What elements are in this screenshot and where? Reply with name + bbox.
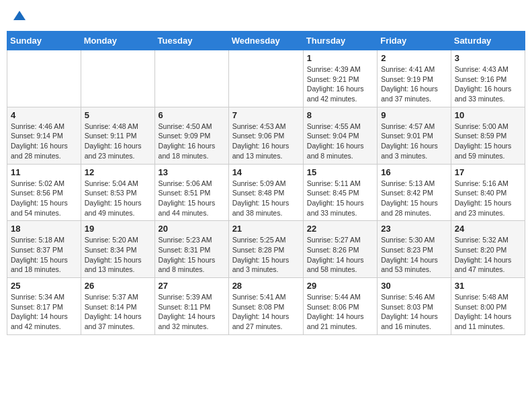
day-number: 10 [455, 110, 521, 120]
day-number: 4 [11, 110, 77, 120]
calendar-cell: 12Sunrise: 5:04 AM Sunset: 8:53 PM Dayli… [81, 164, 154, 221]
day-number: 29 [307, 281, 373, 291]
day-number: 8 [307, 110, 373, 120]
day-info: Sunrise: 4:55 AM Sunset: 9:04 PM Dayligh… [307, 122, 373, 161]
day-info: Sunrise: 4:50 AM Sunset: 9:09 PM Dayligh… [159, 122, 225, 161]
calendar-cell: 29Sunrise: 5:44 AM Sunset: 8:06 PM Dayli… [303, 278, 377, 335]
day-header-monday: Monday [81, 32, 154, 50]
logo-icon [13, 9, 26, 21]
day-info: Sunrise: 5:32 AM Sunset: 8:20 PM Dayligh… [455, 235, 521, 275]
calendar-cell: 23Sunrise: 5:30 AM Sunset: 8:23 PM Dayli… [378, 221, 451, 278]
calendar-cell: 6Sunrise: 4:50 AM Sunset: 9:09 PM Daylig… [154, 107, 228, 164]
day-number: 16 [381, 167, 447, 177]
calendar-cell: 2Sunrise: 4:41 AM Sunset: 9:19 PM Daylig… [378, 50, 451, 107]
day-info: Sunrise: 4:48 AM Sunset: 9:11 PM Dayligh… [85, 122, 151, 161]
week-row-5: 25Sunrise: 5:34 AM Sunset: 8:17 PM Dayli… [7, 278, 525, 335]
calendar-cell: 11Sunrise: 5:02 AM Sunset: 8:56 PM Dayli… [7, 164, 81, 221]
calendar-cell: 4Sunrise: 4:46 AM Sunset: 9:14 PM Daylig… [7, 107, 81, 164]
day-info: Sunrise: 5:30 AM Sunset: 8:23 PM Dayligh… [381, 235, 447, 275]
day-number: 15 [307, 167, 373, 177]
day-number: 9 [381, 110, 447, 120]
calendar-cell: 21Sunrise: 5:25 AM Sunset: 8:28 PM Dayli… [228, 221, 303, 278]
day-number: 11 [11, 167, 77, 177]
week-row-4: 18Sunrise: 5:18 AM Sunset: 8:37 PM Dayli… [7, 221, 525, 278]
day-info: Sunrise: 5:48 AM Sunset: 8:00 PM Dayligh… [455, 292, 521, 332]
day-header-tuesday: Tuesday [154, 32, 228, 50]
day-number: 25 [11, 281, 77, 291]
day-number: 13 [159, 167, 225, 177]
day-info: Sunrise: 4:41 AM Sunset: 9:19 PM Dayligh… [381, 64, 447, 104]
day-info: Sunrise: 4:43 AM Sunset: 9:16 PM Dayligh… [455, 64, 521, 104]
calendar-cell: 14Sunrise: 5:09 AM Sunset: 8:48 PM Dayli… [228, 164, 303, 221]
day-number: 20 [159, 224, 225, 234]
calendar-cell: 7Sunrise: 4:53 AM Sunset: 9:06 PM Daylig… [228, 107, 303, 164]
day-info: Sunrise: 5:20 AM Sunset: 8:34 PM Dayligh… [85, 235, 151, 275]
calendar-cell: 30Sunrise: 5:46 AM Sunset: 8:03 PM Dayli… [378, 278, 451, 335]
day-number: 6 [159, 110, 225, 120]
day-number: 2 [381, 53, 447, 63]
calendar-cell: 3Sunrise: 4:43 AM Sunset: 9:16 PM Daylig… [451, 50, 525, 107]
day-info: Sunrise: 5:11 AM Sunset: 8:45 PM Dayligh… [307, 179, 373, 218]
day-info: Sunrise: 4:46 AM Sunset: 9:14 PM Dayligh… [11, 122, 77, 161]
calendar-cell [154, 50, 228, 107]
day-info: Sunrise: 5:34 AM Sunset: 8:17 PM Dayligh… [11, 292, 77, 332]
day-number: 19 [85, 224, 151, 234]
svg-marker-0 [13, 11, 26, 20]
day-info: Sunrise: 5:18 AM Sunset: 8:37 PM Dayligh… [11, 235, 77, 275]
calendar-cell: 10Sunrise: 5:00 AM Sunset: 8:59 PM Dayli… [451, 107, 525, 164]
day-number: 27 [159, 281, 225, 291]
day-number: 24 [455, 224, 521, 234]
calendar-cell: 8Sunrise: 4:55 AM Sunset: 9:04 PM Daylig… [303, 107, 377, 164]
calendar-cell: 22Sunrise: 5:27 AM Sunset: 8:26 PM Dayli… [303, 221, 377, 278]
day-info: Sunrise: 4:57 AM Sunset: 9:01 PM Dayligh… [381, 122, 447, 161]
day-info: Sunrise: 5:25 AM Sunset: 8:28 PM Dayligh… [232, 235, 300, 275]
calendar-cell: 20Sunrise: 5:23 AM Sunset: 8:31 PM Dayli… [154, 221, 228, 278]
calendar-cell: 18Sunrise: 5:18 AM Sunset: 8:37 PM Dayli… [7, 221, 81, 278]
day-info: Sunrise: 5:00 AM Sunset: 8:59 PM Dayligh… [455, 122, 521, 161]
calendar-cell: 28Sunrise: 5:41 AM Sunset: 8:08 PM Dayli… [228, 278, 303, 335]
day-info: Sunrise: 5:09 AM Sunset: 8:48 PM Dayligh… [232, 179, 300, 218]
day-number: 18 [11, 224, 77, 234]
calendar-cell: 24Sunrise: 5:32 AM Sunset: 8:20 PM Dayli… [451, 221, 525, 278]
week-row-2: 4Sunrise: 4:46 AM Sunset: 9:14 PM Daylig… [7, 107, 525, 164]
day-info: Sunrise: 5:41 AM Sunset: 8:08 PM Dayligh… [232, 292, 300, 332]
day-number: 26 [85, 281, 151, 291]
day-header-thursday: Thursday [303, 32, 377, 50]
day-info: Sunrise: 5:02 AM Sunset: 8:56 PM Dayligh… [11, 179, 77, 218]
day-number: 22 [307, 224, 373, 234]
day-info: Sunrise: 5:16 AM Sunset: 8:40 PM Dayligh… [455, 179, 521, 218]
day-info: Sunrise: 5:46 AM Sunset: 8:03 PM Dayligh… [381, 292, 447, 332]
day-number: 30 [381, 281, 447, 291]
day-header-wednesday: Wednesday [228, 32, 303, 50]
calendar-cell: 5Sunrise: 4:48 AM Sunset: 9:11 PM Daylig… [81, 107, 154, 164]
day-number: 17 [455, 167, 521, 177]
day-info: Sunrise: 5:39 AM Sunset: 8:11 PM Dayligh… [159, 292, 225, 332]
calendar-cell: 15Sunrise: 5:11 AM Sunset: 8:45 PM Dayli… [303, 164, 377, 221]
day-number: 1 [307, 53, 373, 63]
day-number: 14 [232, 167, 300, 177]
calendar-cell: 25Sunrise: 5:34 AM Sunset: 8:17 PM Dayli… [7, 278, 81, 335]
calendar-cell [7, 50, 81, 107]
calendar-cell: 19Sunrise: 5:20 AM Sunset: 8:34 PM Dayli… [81, 221, 154, 278]
header [7, 7, 525, 27]
day-number: 7 [232, 110, 300, 120]
week-row-3: 11Sunrise: 5:02 AM Sunset: 8:56 PM Dayli… [7, 164, 525, 221]
calendar-cell: 31Sunrise: 5:48 AM Sunset: 8:00 PM Dayli… [451, 278, 525, 335]
calendar-cell: 16Sunrise: 5:13 AM Sunset: 8:42 PM Dayli… [378, 164, 451, 221]
day-info: Sunrise: 5:37 AM Sunset: 8:14 PM Dayligh… [85, 292, 151, 332]
day-info: Sunrise: 5:06 AM Sunset: 8:51 PM Dayligh… [159, 179, 225, 218]
calendar-cell [228, 50, 303, 107]
day-info: Sunrise: 5:27 AM Sunset: 8:26 PM Dayligh… [307, 235, 373, 275]
calendar-cell: 1Sunrise: 4:39 AM Sunset: 9:21 PM Daylig… [303, 50, 377, 107]
calendar-cell: 17Sunrise: 5:16 AM Sunset: 8:40 PM Dayli… [451, 164, 525, 221]
day-header-saturday: Saturday [451, 32, 525, 50]
calendar-cell: 9Sunrise: 4:57 AM Sunset: 9:01 PM Daylig… [378, 107, 451, 164]
calendar-table: SundayMondayTuesdayWednesdayThursdayFrid… [7, 31, 525, 335]
day-info: Sunrise: 4:53 AM Sunset: 9:06 PM Dayligh… [232, 122, 300, 161]
day-header-sunday: Sunday [7, 32, 81, 50]
day-info: Sunrise: 5:44 AM Sunset: 8:06 PM Dayligh… [307, 292, 373, 332]
day-info: Sunrise: 5:13 AM Sunset: 8:42 PM Dayligh… [381, 179, 447, 218]
week-row-1: 1Sunrise: 4:39 AM Sunset: 9:21 PM Daylig… [7, 50, 525, 107]
calendar-cell [81, 50, 154, 107]
day-number: 28 [232, 281, 300, 291]
